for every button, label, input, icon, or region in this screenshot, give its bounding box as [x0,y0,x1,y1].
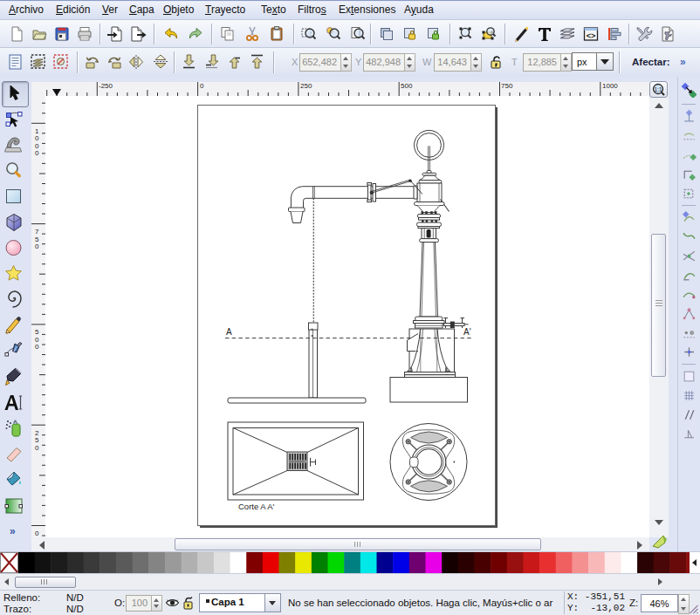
svg-text:1000: 1000 [602,82,618,90]
svg-text:0: 0 [35,149,39,157]
svg-text:A': A' [463,327,471,337]
svg-text:0: 0 [35,530,39,537]
svg-text:250: 250 [300,82,312,90]
svg-text:500: 500 [401,82,413,90]
svg-text:Corte A A': Corte A A' [238,502,275,511]
svg-text:0: 0 [35,343,39,351]
svg-text:1:1: 1:1 [654,86,662,92]
svg-text:<>: <> [587,31,596,40]
svg-text:-250: -250 [99,82,113,90]
svg-text:0: 0 [35,243,39,250]
svg-text:0: 0 [35,444,39,452]
svg-text:A: A [226,327,232,337]
svg-text:0: 0 [200,82,204,90]
svg-text:750: 750 [501,82,513,90]
